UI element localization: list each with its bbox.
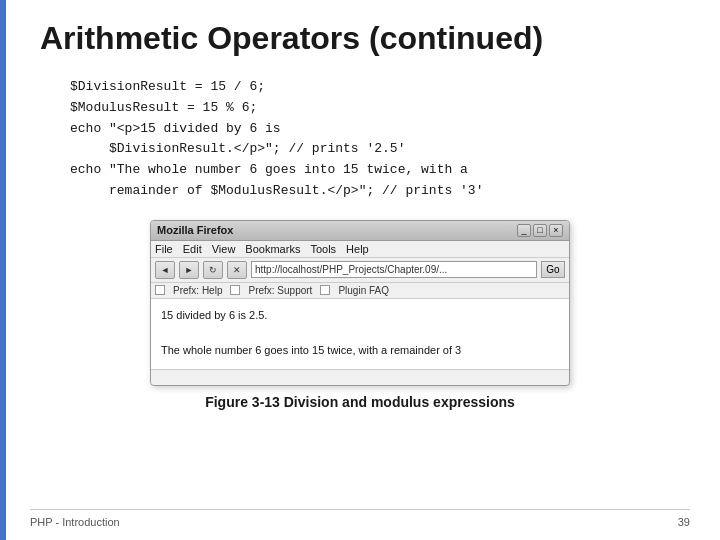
- minimize-button[interactable]: _: [517, 224, 531, 237]
- bookmark-checkbox-3: [320, 285, 330, 295]
- address-bar[interactable]: http://localhost/PHP_Projects/Chapter.09…: [251, 261, 537, 278]
- slide: Arithmetic Operators (continued) $Divisi…: [0, 0, 720, 540]
- menu-help[interactable]: Help: [346, 243, 369, 255]
- forward-button[interactable]: ►: [179, 261, 199, 279]
- code-line-1: $DivisionResult = 15 / 6;: [70, 77, 690, 98]
- left-border-accent: [0, 0, 6, 540]
- browser-titlebar: Mozilla Firefox _ □ ×: [151, 221, 569, 241]
- bookmark-item-2[interactable]: Prefx: Support: [248, 285, 312, 296]
- figure-caption: Figure 3-13 Division and modulus express…: [30, 394, 690, 410]
- menu-edit[interactable]: Edit: [183, 243, 202, 255]
- code-block: $DivisionResult = 15 / 6; $ModulusResult…: [70, 77, 690, 202]
- content-line-1: 15 divided by 6 is 2.5.: [161, 307, 559, 325]
- menu-tools[interactable]: Tools: [310, 243, 336, 255]
- browser-bookmarks: Prefx: Help Prefx: Support Plugin FAQ: [151, 283, 569, 299]
- content-line-3: The whole number 6 goes into 15 twice, w…: [161, 342, 559, 360]
- code-line-2: $ModulusResult = 15 % 6;: [70, 98, 690, 119]
- code-line-5: echo "The whole number 6 goes into 15 tw…: [70, 160, 690, 181]
- go-button[interactable]: Go: [541, 261, 565, 278]
- menu-file[interactable]: File: [155, 243, 173, 255]
- browser-title: Mozilla Firefox: [157, 224, 233, 236]
- bookmark-checkbox-2: [230, 285, 240, 295]
- bookmark-item-3[interactable]: Plugin FAQ: [338, 285, 389, 296]
- slide-footer: PHP - Introduction 39: [30, 509, 690, 528]
- reload-button[interactable]: ↻: [203, 261, 223, 279]
- footer-right: 39: [678, 516, 690, 528]
- code-line-4: $DivisionResult.</p>"; // prints '2.5': [70, 139, 690, 160]
- back-button[interactable]: ◄: [155, 261, 175, 279]
- browser-window-controls: _ □ ×: [517, 224, 563, 237]
- maximize-button[interactable]: □: [533, 224, 547, 237]
- close-button[interactable]: ×: [549, 224, 563, 237]
- footer-left: PHP - Introduction: [30, 516, 120, 528]
- address-text: http://localhost/PHP_Projects/Chapter.09…: [255, 264, 447, 275]
- browser-window: Mozilla Firefox _ □ × File Edit View Boo…: [150, 220, 570, 386]
- code-line-3: echo "<p>15 divided by 6 is: [70, 119, 690, 140]
- menu-view[interactable]: View: [212, 243, 236, 255]
- bookmark-checkbox-1: [155, 285, 165, 295]
- browser-statusbar: [151, 369, 569, 385]
- slide-title: Arithmetic Operators (continued): [40, 20, 690, 57]
- browser-menubar: File Edit View Bookmarks Tools Help: [151, 241, 569, 258]
- code-line-6: remainder of $ModulusResult.</p>"; // pr…: [70, 181, 690, 202]
- stop-button[interactable]: ✕: [227, 261, 247, 279]
- menu-bookmarks[interactable]: Bookmarks: [245, 243, 300, 255]
- browser-toolbar: ◄ ► ↻ ✕ http://localhost/PHP_Projects/Ch…: [151, 258, 569, 283]
- content-line-2: [161, 324, 559, 342]
- browser-content: 15 divided by 6 is 2.5. The whole number…: [151, 299, 569, 369]
- bookmark-item-1[interactable]: Prefx: Help: [173, 285, 222, 296]
